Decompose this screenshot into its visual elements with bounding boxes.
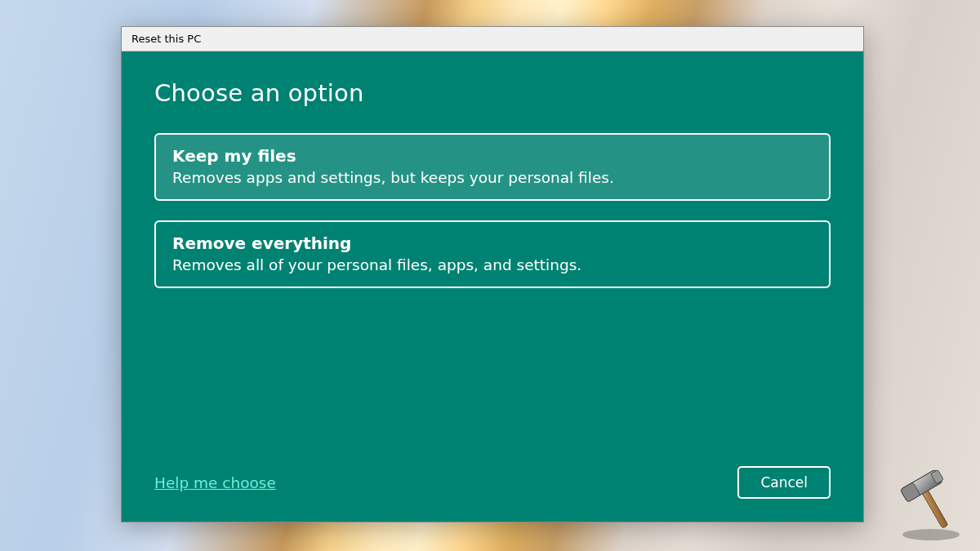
spacer bbox=[154, 308, 831, 466]
svg-rect-1 bbox=[920, 487, 948, 529]
svg-rect-3 bbox=[900, 482, 920, 503]
option-title: Keep my files bbox=[172, 146, 813, 166]
help-me-choose-link[interactable]: Help me choose bbox=[154, 474, 276, 491]
reset-pc-dialog: Reset this PC Choose an option Keep my f… bbox=[121, 26, 864, 522]
svg-point-0 bbox=[902, 529, 960, 540]
dialog-body: Choose an option Keep my files Removes a… bbox=[122, 51, 863, 522]
option-title: Remove everything bbox=[172, 233, 813, 253]
option-keep-files[interactable]: Keep my files Removes apps and settings,… bbox=[154, 133, 831, 201]
dialog-footer: Help me choose Cancel bbox=[154, 466, 831, 499]
svg-rect-4 bbox=[931, 470, 944, 484]
option-description: Removes all of your personal files, apps… bbox=[172, 256, 813, 273]
page-title: Choose an option bbox=[154, 79, 831, 107]
titlebar: Reset this PC bbox=[122, 27, 863, 51]
option-remove-everything[interactable]: Remove everything Removes all of your pe… bbox=[154, 220, 831, 288]
cancel-button[interactable]: Cancel bbox=[737, 466, 831, 499]
svg-rect-2 bbox=[900, 469, 942, 503]
option-description: Removes apps and settings, but keeps you… bbox=[172, 169, 813, 186]
hammer-icon bbox=[890, 461, 972, 543]
window-title: Reset this PC bbox=[131, 33, 201, 45]
